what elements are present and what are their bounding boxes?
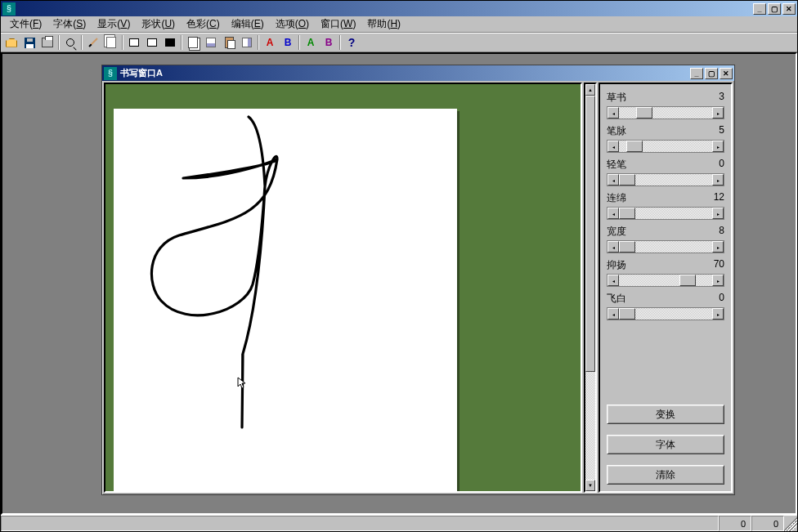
slider-right-button[interactable]: ▸ [712,141,724,152]
separator [339,35,341,50]
resize-grip[interactable] [784,516,797,531]
child-titlebar[interactable]: § 书写窗口A _ ▢ ✕ [102,65,734,81]
slider-control[interactable]: ◂▸ [607,106,724,119]
minimize-button[interactable]: _ [753,3,766,15]
titlebar: § _ ▢ ✕ [1,1,797,16]
open-button[interactable] [2,34,20,51]
slider-name: 笔脉 [607,124,626,138]
maximize-button[interactable]: ▢ [768,3,781,15]
slider-thumb[interactable] [636,107,652,118]
slider-track[interactable] [619,241,712,253]
slider-right-button[interactable]: ▸ [712,275,724,286]
font-button[interactable]: 字体 [607,435,724,454]
slider-left-button[interactable]: ◂ [607,141,619,152]
slider-thumb[interactable] [679,275,696,286]
menu-help[interactable]: 帮助(H) [361,16,406,33]
slider-name: 草书 [607,91,626,105]
slider-thumb[interactable] [619,174,635,186]
magnifier-icon [64,36,77,49]
slider-track[interactable] [619,308,712,320]
save-icon [23,36,36,49]
canvas-vscroll[interactable]: ▲ ▼ [584,83,597,493]
child-window: § 书写窗口A _ ▢ ✕ [101,65,735,495]
vstack-icon [204,36,217,49]
copy-button[interactable] [184,34,202,51]
save-button[interactable] [20,34,38,51]
slider-name: 连绵 [607,191,626,205]
zoom-button[interactable] [61,34,79,51]
slider-label: 轻笔0 [607,158,724,172]
menubar: 文件(F) 字体(S) 显示(V) 形状(U) 色彩(C) 编辑(E) 选项(O… [1,16,797,33]
slider-value: 70 [714,258,724,272]
print-button[interactable] [38,34,56,51]
slider-control[interactable]: ◂▸ [607,173,724,186]
slider-right-button[interactable]: ▸ [712,107,724,118]
slider-left-button[interactable]: ◂ [607,308,619,320]
menu-edit[interactable]: 编辑(E) [226,16,270,33]
pages-button[interactable] [102,34,120,51]
scroll-thumb[interactable] [585,96,595,372]
slider-left-button[interactable]: ◂ [607,107,619,118]
rect-empty-button[interactable] [125,34,143,51]
slider-thumb[interactable] [619,308,635,320]
child-maximize-button[interactable]: ▢ [705,68,718,79]
button-b-purple[interactable]: B [320,34,338,51]
separator [258,35,259,50]
slider-thumb[interactable] [626,141,643,152]
child-close-button[interactable]: ✕ [720,68,733,79]
menu-font[interactable]: 字体(S) [47,16,92,33]
slider-track[interactable] [619,174,712,186]
button-a-red[interactable]: A [261,34,279,51]
canvas-paper[interactable] [114,109,457,493]
menu-color[interactable]: 色彩(C) [181,16,226,33]
slider-control[interactable]: ◂▸ [607,274,724,287]
slider-right-button[interactable]: ▸ [712,208,724,219]
side-panel: 草书3◂▸笔脉5◂▸轻笔0◂▸连绵12◂▸宽度8◂▸抑扬70◂▸飞白0◂▸ 变换… [598,83,733,493]
rect-fillw-button[interactable] [143,34,161,51]
slider-track[interactable] [619,107,712,118]
slider-value: 3 [719,91,724,105]
slider-2: 轻笔0◂▸ [607,158,724,186]
slider-thumb[interactable] [619,241,635,253]
slider-left-button[interactable]: ◂ [607,275,619,286]
slider-thumb[interactable] [619,208,635,219]
slider-track[interactable] [619,208,712,219]
slider-right-button[interactable]: ▸ [712,174,724,186]
slider-control[interactable]: ◂▸ [607,307,724,320]
menu-window[interactable]: 窗口(W) [315,16,361,33]
scroll-up-button[interactable]: ▲ [585,84,595,96]
clear-button[interactable]: 清除 [607,465,724,485]
help-button[interactable]: ? [343,34,361,51]
hstack-button[interactable] [238,34,256,51]
menu-shape[interactable]: 形状(U) [136,16,181,33]
paste-button[interactable] [220,34,238,51]
pencil-button[interactable] [84,34,102,51]
close-button[interactable]: ✕ [782,3,796,15]
separator [298,35,300,50]
slider-left-button[interactable]: ◂ [607,208,619,219]
button-b-blue[interactable]: B [279,34,297,51]
slider-name: 飞白 [607,292,626,306]
transform-button[interactable]: 变换 [607,405,724,424]
slider-control[interactable]: ◂▸ [607,240,724,253]
slider-track[interactable] [619,141,712,152]
slider-control[interactable]: ◂▸ [607,140,724,153]
slider-left-button[interactable]: ◂ [607,174,619,186]
canvas-frame[interactable] [104,83,582,493]
vstack-button[interactable] [202,34,220,51]
menu-view[interactable]: 显示(V) [92,16,136,33]
slider-right-button[interactable]: ▸ [712,308,724,320]
child-minimize-button[interactable]: _ [690,68,703,79]
scroll-track[interactable] [585,96,595,480]
slider-name: 抑扬 [607,258,626,272]
menu-options[interactable]: 选项(O) [270,16,315,33]
slider-left-button[interactable]: ◂ [607,241,619,253]
rect-fill-button[interactable] [161,34,179,51]
slider-control[interactable]: ◂▸ [607,207,724,220]
child-body: ▲ ▼ 草书3◂▸笔脉5◂▸轻笔0◂▸连绵12◂▸宽度8◂▸抑扬70◂▸飞白0◂… [102,81,734,494]
button-a-green[interactable]: A [302,34,320,51]
menu-file[interactable]: 文件(F) [4,16,47,33]
slider-right-button[interactable]: ▸ [712,241,724,253]
scroll-down-button[interactable]: ▼ [585,480,595,491]
slider-track[interactable] [619,275,712,286]
